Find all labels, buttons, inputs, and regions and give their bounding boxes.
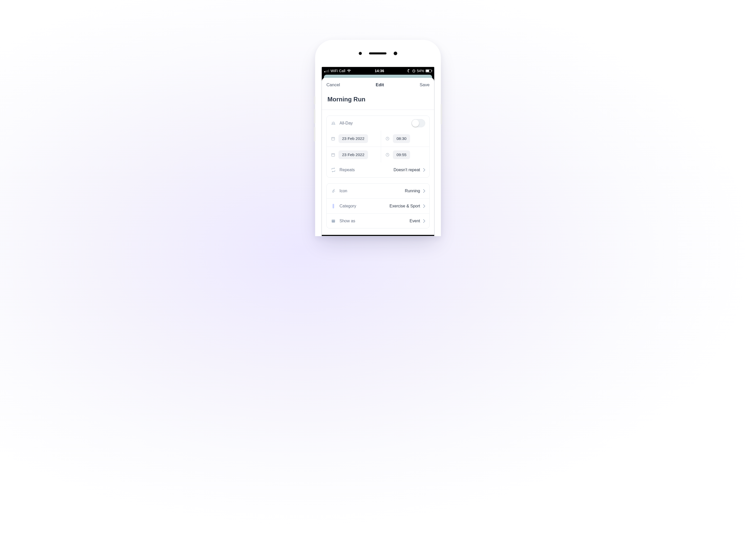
sheet-navbar: Cancel Edit Save [322, 78, 434, 90]
svg-rect-7 [332, 219, 335, 220]
phone-frame: WiFi Call 14:36 54% Cancel [315, 40, 441, 236]
battery-percent: 54% [417, 69, 424, 73]
phone-side-button [441, 104, 442, 125]
svg-rect-1 [331, 137, 335, 140]
chevron-right-icon [423, 204, 425, 208]
sheet-title: Edit [376, 82, 384, 88]
phone-sensor [359, 52, 362, 55]
phone-speaker-cluster [315, 51, 441, 55]
icon-label: Icon [339, 189, 347, 193]
repeats-row[interactable]: Repeats Doesn't repeat [327, 163, 429, 177]
end-date-button[interactable]: 23 Feb 2022 [338, 150, 368, 159]
timing-card: All-Day 23 Feb 2022 08:30 [326, 115, 430, 178]
allday-row: All-Day [327, 116, 429, 131]
svg-rect-3 [331, 153, 335, 156]
calendar-icon [331, 152, 335, 157]
phone-screen: WiFi Call 14:36 54% Cancel [322, 67, 434, 236]
clock-icon [385, 136, 390, 141]
wifi-icon [347, 69, 351, 72]
status-bar: WiFi Call 14:36 54% [322, 67, 434, 75]
cancel-button[interactable]: Cancel [326, 82, 340, 88]
battery-icon [426, 69, 432, 72]
dnd-moon-icon [408, 69, 411, 72]
chevron-right-icon [423, 168, 425, 172]
showas-label: Show as [339, 219, 355, 223]
repeats-label: Repeats [339, 168, 355, 172]
calendar-icon [331, 136, 335, 141]
start-time-button[interactable]: 08:30 [393, 134, 410, 143]
phone-side-button [314, 109, 315, 124]
sunrise-icon [331, 120, 336, 126]
repeat-icon [331, 167, 336, 173]
end-datetime-row: 23 Feb 2022 09:55 [327, 146, 429, 163]
carrier-label: WiFi Call [330, 69, 346, 73]
allday-label: All-Day [339, 121, 353, 126]
event-title-input[interactable]: Morning Run [322, 90, 434, 110]
phone-side-button [314, 96, 315, 104]
repeats-value: Doesn't repeat [393, 168, 420, 172]
phone-side-button [314, 127, 315, 141]
category-value: Exercise & Sport [390, 204, 420, 208]
start-date-button[interactable]: 23 Feb 2022 [338, 134, 368, 143]
phone-speaker [369, 53, 387, 55]
category-label: Category [339, 204, 356, 208]
showas-row[interactable]: Show as Event [327, 213, 429, 228]
start-datetime-row: 23 Feb 2022 08:30 [327, 131, 429, 146]
edit-event-sheet: Cancel Edit Save Morning Run All-Day [322, 78, 434, 235]
icon-value: Running [405, 189, 420, 193]
chevron-right-icon [423, 219, 425, 223]
showas-value: Event [409, 219, 420, 223]
svg-point-5 [334, 189, 334, 190]
icon-row[interactable]: Icon Running [327, 183, 429, 199]
running-icon [331, 188, 336, 194]
clock-icon [385, 152, 390, 157]
rotation-lock-icon [412, 69, 416, 73]
category-row[interactable]: Category Exercise & Sport [327, 199, 429, 213]
allday-toggle[interactable] [411, 119, 425, 127]
category-color-icon [332, 204, 334, 208]
save-button[interactable]: Save [420, 82, 430, 88]
signal-icon [324, 70, 329, 72]
end-time-button[interactable]: 09:55 [393, 150, 410, 159]
meta-card: Icon Running Category Exercise & Sport [326, 183, 430, 229]
chevron-right-icon [423, 189, 425, 193]
calendar-event-icon [331, 218, 336, 223]
status-time: 14:36 [351, 69, 408, 73]
phone-camera [394, 51, 397, 55]
